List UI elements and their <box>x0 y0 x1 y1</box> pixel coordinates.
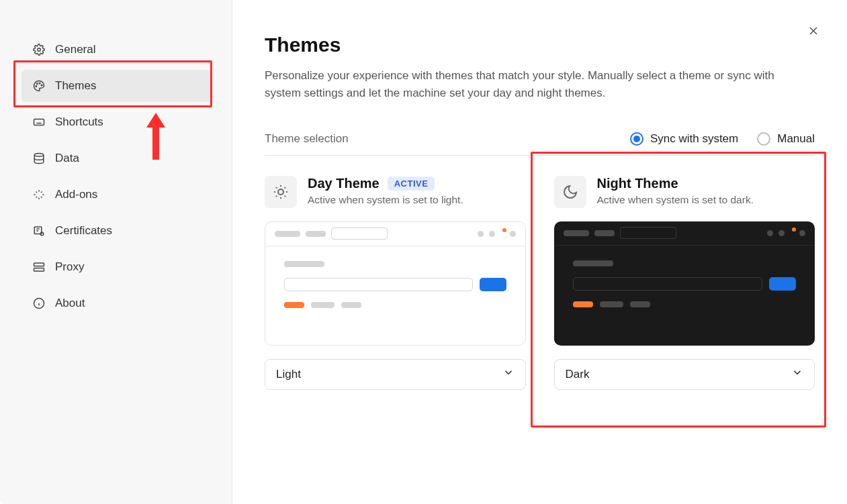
night-theme-title: Night Theme <box>597 176 678 191</box>
svg-point-12 <box>278 189 283 195</box>
moon-icon <box>554 176 586 208</box>
sidebar-item-proxy[interactable]: Proxy <box>21 251 210 283</box>
sidebar-item-label: Certificates <box>55 224 112 238</box>
svg-point-2 <box>41 85 42 86</box>
svg-rect-10 <box>34 268 44 272</box>
day-theme-subtitle: Active when system is set to light. <box>308 194 463 206</box>
sidebar-item-general[interactable]: General <box>21 34 210 66</box>
svg-point-6 <box>34 154 44 157</box>
night-theme-preview <box>554 221 815 346</box>
svg-point-0 <box>38 48 41 52</box>
night-theme-select[interactable]: Dark <box>554 359 815 390</box>
chevron-down-icon <box>791 366 803 382</box>
day-theme-column: Day Theme ACTIVE Active when system is s… <box>265 176 526 390</box>
svg-point-4 <box>36 86 37 87</box>
sidebar-item-certificates[interactable]: Certificates <box>21 215 210 247</box>
certificate-icon <box>32 224 46 238</box>
day-theme-select-value: Light <box>276 368 301 381</box>
sidebar-item-data[interactable]: Data <box>21 142 210 174</box>
active-badge: ACTIVE <box>388 177 435 191</box>
sidebar-item-about[interactable]: About <box>21 287 210 319</box>
server-icon <box>32 260 46 274</box>
sidebar-item-label: General <box>55 43 95 56</box>
sparkle-icon <box>32 188 46 201</box>
sidebar-item-label: Proxy <box>55 260 84 274</box>
sidebar: General Themes Shortcuts Data Add-ons <box>0 0 232 504</box>
palette-icon <box>32 79 46 93</box>
gear-icon <box>32 43 46 56</box>
day-theme-preview <box>265 221 526 346</box>
sidebar-item-shortcuts[interactable]: Shortcuts <box>21 106 210 138</box>
sidebar-item-label: Themes <box>55 79 96 93</box>
svg-rect-5 <box>34 119 44 125</box>
close-button[interactable] <box>807 24 820 40</box>
chevron-down-icon <box>502 366 515 382</box>
radio-sync-with-system[interactable]: Sync with system <box>630 132 738 146</box>
page-title: Themes <box>265 34 815 56</box>
svg-point-3 <box>37 83 38 85</box>
svg-point-8 <box>40 232 44 236</box>
keyboard-icon <box>32 115 46 129</box>
sun-icon <box>265 176 297 208</box>
radio-label: Sync with system <box>650 132 738 146</box>
night-theme-select-value: Dark <box>566 368 590 381</box>
theme-selection-label: Theme selection <box>265 132 349 146</box>
sidebar-item-label: Shortcuts <box>55 115 103 129</box>
radio-circle-icon <box>757 132 770 146</box>
page-description: Personalize your experience with themes … <box>265 67 775 103</box>
sidebar-item-label: About <box>55 297 85 310</box>
main-panel: Themes Personalize your experience with … <box>232 0 847 504</box>
day-theme-select[interactable]: Light <box>265 359 526 390</box>
radio-label: Manual <box>777 132 815 146</box>
info-icon <box>32 297 46 310</box>
sidebar-item-label: Data <box>55 152 79 165</box>
database-icon <box>32 152 46 165</box>
svg-rect-9 <box>34 263 44 266</box>
sidebar-item-themes[interactable]: Themes <box>21 70 210 102</box>
svg-point-1 <box>39 83 40 84</box>
radio-manual[interactable]: Manual <box>757 132 815 146</box>
sidebar-item-label: Add-ons <box>55 188 97 201</box>
day-theme-title: Day Theme <box>308 176 380 191</box>
radio-circle-icon <box>630 132 643 146</box>
theme-selection-row: Theme selection Sync with system Manual <box>265 132 815 156</box>
night-theme-column: Night Theme Active when system is set to… <box>554 176 815 390</box>
sidebar-item-addons[interactable]: Add-ons <box>21 179 210 211</box>
theme-selection-radio-group: Sync with system Manual <box>630 132 815 146</box>
night-theme-subtitle: Active when system is set to dark. <box>597 194 754 206</box>
